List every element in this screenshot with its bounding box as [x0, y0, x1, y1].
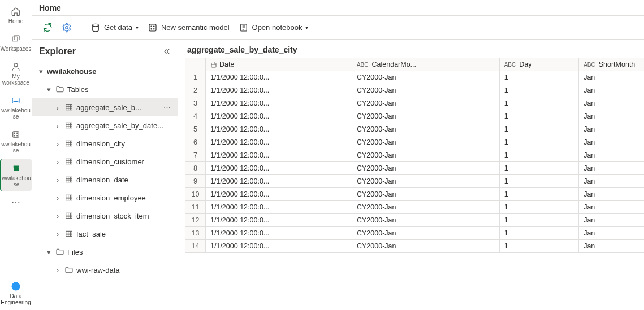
- tree-table-item[interactable]: › aggregate_sale_b... ⋯: [32, 98, 178, 116]
- table-cell[interactable]: Jan: [579, 136, 644, 149]
- table-cell[interactable]: 1/1/2000 12:00:0...: [206, 110, 352, 123]
- table-cell[interactable]: 1/1/2000 12:00:0...: [206, 201, 352, 214]
- table-cell[interactable]: Jan: [579, 240, 644, 253]
- table-cell[interactable]: 1/1/2000 12:00:0...: [206, 123, 352, 136]
- tree-tables[interactable]: ▾ Tables: [32, 80, 178, 98]
- tree-table-item[interactable]: › fact_sale: [32, 225, 178, 243]
- table-cell[interactable]: 1/1/2000 12:00:0...: [206, 162, 352, 175]
- table-cell[interactable]: 1: [499, 71, 579, 84]
- table-cell[interactable]: 1: [499, 84, 579, 97]
- rail-my-workspace[interactable]: My workspace: [0, 58, 32, 89]
- table-cell[interactable]: Jan: [579, 110, 644, 123]
- settings-button[interactable]: [58, 20, 75, 35]
- table-row[interactable]: 141/1/2000 12:00:0...CY2000-Jan1Jan2000E…: [185, 240, 645, 253]
- new-semantic-model-button[interactable]: New semantic model: [144, 20, 233, 35]
- horizontal-scrollbar[interactable]: [185, 303, 644, 310]
- rail-lakehouse-3[interactable]: wwilakehouse: [0, 159, 32, 191]
- table-cell[interactable]: 1/1/2000 12:00:0...: [206, 84, 352, 97]
- table-cell[interactable]: CY2000-Jan: [352, 175, 499, 188]
- refresh-button[interactable]: [39, 20, 56, 35]
- rail-data-engineering[interactable]: Data Engineering: [0, 276, 32, 310]
- tree-files[interactable]: ▾ Files: [32, 243, 178, 261]
- table-cell[interactable]: 1/1/2000 12:00:0...: [206, 136, 352, 149]
- table-cell[interactable]: CY2000-Jan: [352, 84, 499, 97]
- open-notebook-button[interactable]: Open notebook ▾: [235, 20, 312, 35]
- table-cell[interactable]: 1: [499, 110, 579, 123]
- rail-workspaces[interactable]: Workspaces: [0, 30, 32, 55]
- column-header[interactable]: ABCShortMonth: [579, 58, 644, 71]
- table-cell[interactable]: Jan: [579, 71, 644, 84]
- table-cell[interactable]: Jan: [579, 162, 644, 175]
- table-cell[interactable]: 1/1/2000 12:00:0...: [206, 175, 352, 188]
- table-cell[interactable]: 1: [499, 201, 579, 214]
- table-cell[interactable]: 1/1/2000 12:00:0...: [206, 227, 352, 240]
- table-cell[interactable]: 1/1/2000 12:00:0...: [206, 97, 352, 110]
- more-icon[interactable]: ⋯: [161, 103, 173, 112]
- column-header-rownum[interactable]: [185, 58, 206, 71]
- tree-file-item[interactable]: › wwi-raw-data: [32, 261, 178, 279]
- table-cell[interactable]: CY2000-Jan: [352, 214, 499, 227]
- table-cell[interactable]: Jan: [579, 175, 644, 188]
- table-cell[interactable]: Jan: [579, 97, 644, 110]
- table-cell[interactable]: CY2000-Jan: [352, 149, 499, 162]
- table-cell[interactable]: 1/1/2000 12:00:0...: [206, 188, 352, 201]
- table-cell[interactable]: CY2000-Jan: [352, 162, 499, 175]
- table-cell[interactable]: 1: [499, 240, 579, 253]
- table-cell[interactable]: 1: [499, 123, 579, 136]
- table-cell[interactable]: Jan: [579, 149, 644, 162]
- table-cell[interactable]: CY2000-Jan: [352, 110, 499, 123]
- tree-table-item[interactable]: › dimension_employee: [32, 189, 178, 207]
- table-cell[interactable]: Jan: [579, 84, 644, 97]
- table-row[interactable]: 81/1/2000 12:00:0...CY2000-Jan1Jan2000Na…: [185, 162, 645, 175]
- table-cell[interactable]: Jan: [579, 227, 644, 240]
- column-header[interactable]: ABCDay: [499, 58, 579, 71]
- table-row[interactable]: 111/1/2000 12:00:0...CY2000-Jan1Jan2000S…: [185, 201, 645, 214]
- table-row[interactable]: 51/1/2000 12:00:0...CY2000-Jan1Jan2000Hi…: [185, 123, 645, 136]
- table-cell[interactable]: 1: [499, 162, 579, 175]
- table-row[interactable]: 21/1/2000 12:00:0...CY2000-Jan1Jan2000Be…: [185, 84, 645, 97]
- table-cell[interactable]: CY2000-Jan: [352, 97, 499, 110]
- tree-root[interactable]: ▾ wwilakehouse: [32, 62, 178, 80]
- table-row[interactable]: 131/1/2000 12:00:0...CY2000-Jan1Jan2000A…: [185, 227, 645, 240]
- table-cell[interactable]: Jan: [579, 201, 644, 214]
- column-header[interactable]: Date: [206, 58, 352, 71]
- table-cell[interactable]: Jan: [579, 214, 644, 227]
- table-row[interactable]: 101/1/2000 12:00:0...CY2000-Jan1Jan2000S…: [185, 188, 645, 201]
- rail-home[interactable]: Home: [0, 2, 32, 28]
- tree-table-item[interactable]: › dimension_customer: [32, 152, 178, 171]
- table-cell[interactable]: Jan: [579, 123, 644, 136]
- tree-table-item[interactable]: › aggregate_sale_by_date...: [32, 116, 178, 134]
- tree-table-item[interactable]: › dimension_city: [32, 134, 178, 152]
- column-header[interactable]: ABCCalendarMo...: [352, 58, 499, 71]
- table-cell[interactable]: 1: [499, 149, 579, 162]
- table-cell[interactable]: 1: [499, 136, 579, 149]
- table-cell[interactable]: 1/1/2000 12:00:0...: [206, 71, 352, 84]
- table-cell[interactable]: 1: [499, 188, 579, 201]
- table-cell[interactable]: 1/1/2000 12:00:0...: [206, 240, 352, 253]
- table-cell[interactable]: Jan: [579, 188, 644, 201]
- table-cell[interactable]: CY2000-Jan: [352, 188, 499, 201]
- table-cell[interactable]: 1: [499, 175, 579, 188]
- table-cell[interactable]: 1/1/2000 12:00:0...: [206, 214, 352, 227]
- table-cell[interactable]: 1/1/2000 12:00:0...: [206, 149, 352, 162]
- collapse-icon[interactable]: [163, 47, 171, 55]
- table-cell[interactable]: CY2000-Jan: [352, 201, 499, 214]
- table-cell[interactable]: 1: [499, 97, 579, 110]
- table-row[interactable]: 41/1/2000 12:00:0...CY2000-Jan1Jan2000Eu…: [185, 110, 645, 123]
- data-grid[interactable]: DateABCCalendarMo...ABCDayABCShortMonth1…: [178, 58, 644, 303]
- table-row[interactable]: 61/1/2000 12:00:0...CY2000-Jan1Jan2000Je…: [185, 136, 645, 149]
- table-cell[interactable]: CY2000-Jan: [352, 227, 499, 240]
- table-row[interactable]: 31/1/2000 12:00:0...CY2000-Jan1Jan2000Co…: [185, 97, 645, 110]
- table-row[interactable]: 11/1/2000 12:00:0...CY2000-Jan1Jan2000Ba…: [185, 71, 645, 84]
- tree-table-item[interactable]: › dimension_stock_item: [32, 207, 178, 225]
- rail-lakehouse-2[interactable]: wwilakehouse: [0, 125, 32, 157]
- table-cell[interactable]: CY2000-Jan: [352, 123, 499, 136]
- table-row[interactable]: 71/1/2000 12:00:0...CY2000-Jan1Jan2000Ma…: [185, 149, 645, 162]
- rail-lakehouse-1[interactable]: wwilakehouse: [0, 91, 32, 123]
- table-cell[interactable]: CY2000-Jan: [352, 71, 499, 84]
- table-row[interactable]: 91/1/2000 12:00:0...CY2000-Jan1Jan2000Ro…: [185, 175, 645, 188]
- table-cell[interactable]: 1: [499, 214, 579, 227]
- table-cell[interactable]: CY2000-Jan: [352, 136, 499, 149]
- rail-more[interactable]: ⋯: [0, 193, 32, 211]
- table-cell[interactable]: 1: [499, 227, 579, 240]
